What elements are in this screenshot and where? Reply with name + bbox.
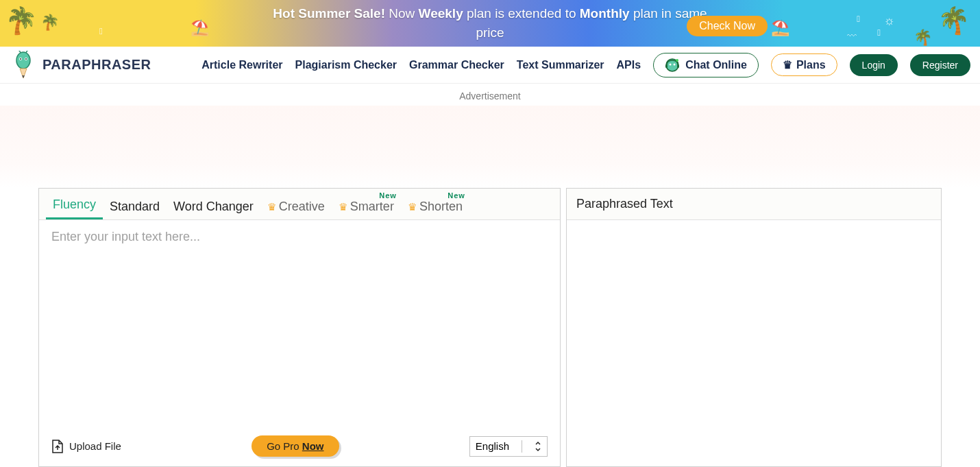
- plans-label: Plans: [796, 59, 826, 71]
- bird-icon: 𓅯: [99, 26, 103, 36]
- palm-icon: 🌴: [938, 5, 970, 36]
- svg-point-14: [676, 59, 678, 62]
- tab-creative[interactable]: ♛ Creative: [260, 193, 332, 219]
- output-panel: Paraphrased Text: [566, 188, 942, 467]
- tab-fluency[interactable]: Fluency: [46, 191, 103, 219]
- updown-icon: [535, 441, 541, 452]
- logo-icon: [10, 51, 37, 79]
- upload-file-label: Upload File: [69, 440, 121, 452]
- svg-point-10: [670, 63, 672, 65]
- tool-area: Fluency Standard Word Changer ♛ Creative…: [0, 188, 980, 467]
- svg-point-3: [20, 58, 21, 60]
- crown-icon: ♛: [408, 201, 417, 213]
- upload-file-button[interactable]: Upload File: [51, 440, 121, 453]
- language-select[interactable]: English: [469, 436, 548, 457]
- register-button[interactable]: Register: [910, 54, 970, 76]
- crown-icon: ♛: [783, 58, 792, 71]
- svg-rect-13: [677, 64, 679, 68]
- output-body: [567, 220, 941, 459]
- nav-text-summarizer[interactable]: Text Summarizer: [517, 59, 604, 71]
- wave-icon: 〰: [847, 30, 857, 41]
- plans-button[interactable]: ♛ Plans: [771, 53, 837, 76]
- output-header: Paraphrased Text: [567, 189, 941, 220]
- nav-plagiarism-checker[interactable]: Plagiarism Checker: [295, 59, 397, 71]
- chat-online-button[interactable]: Chat Online: [653, 53, 759, 77]
- crown-icon: ♛: [339, 201, 347, 213]
- input-footer: Upload File Go Pro Now English: [39, 430, 560, 466]
- crown-icon: ♛: [267, 201, 276, 213]
- login-button[interactable]: Login: [850, 54, 898, 76]
- bird-icon: 𓅯: [877, 27, 881, 38]
- palm-icon: 🌴: [41, 14, 60, 32]
- palm-icon: 🌴: [5, 5, 38, 36]
- chat-online-label: Chat Online: [685, 59, 747, 71]
- svg-rect-12: [665, 64, 667, 68]
- nav-apis[interactable]: APIs: [617, 59, 641, 71]
- logo[interactable]: PARAPHRASER: [10, 51, 151, 79]
- tab-shorten[interactable]: New ♛ Shorten: [401, 193, 469, 219]
- umbrella-icon: ⛱️: [191, 19, 209, 37]
- bird-icon: 𓅯: [857, 14, 860, 24]
- umbrella-icon: ⛱️: [771, 19, 789, 37]
- divider: [522, 440, 522, 453]
- new-badge: New: [379, 191, 397, 200]
- input-panel: Fluency Standard Word Changer ♛ Creative…: [38, 188, 561, 467]
- svg-point-0: [16, 52, 30, 69]
- navbar: PARAPHRASER Article Rewriter Plagiarism …: [0, 47, 980, 84]
- nav-grammar-checker[interactable]: Grammar Checker: [409, 59, 504, 71]
- headset-icon: [665, 58, 680, 73]
- check-now-button[interactable]: Check Now: [687, 16, 768, 36]
- logo-text: PARAPHRASER: [42, 57, 151, 73]
- svg-point-4: [25, 58, 27, 60]
- svg-point-11: [674, 63, 676, 65]
- go-pro-button[interactable]: Go Pro Now: [252, 435, 339, 457]
- new-badge: New: [448, 191, 465, 200]
- banner-text: Hot Summer Sale! Now Weekly plan is exte…: [273, 4, 707, 43]
- mode-tabs: Fluency Standard Word Changer ♛ Creative…: [39, 189, 560, 220]
- promo-banner: 🌴 🌴 ⛱️ 𓅯 Hot Summer Sale! Now Weekly pla…: [0, 0, 980, 47]
- sun-icon: ☼: [884, 14, 896, 28]
- tab-standard[interactable]: Standard: [103, 193, 167, 219]
- palm-icon: 🌴: [914, 29, 932, 47]
- advertisement-label: Advertisement: [0, 84, 980, 106]
- nav-article-rewriter[interactable]: Article Rewriter: [201, 59, 282, 71]
- banner-sale-text: Hot Summer Sale!: [273, 6, 385, 21]
- tab-word-changer[interactable]: Word Changer: [167, 193, 260, 219]
- advertisement-space: [0, 106, 980, 188]
- tab-smarter[interactable]: New ♛ Smarter: [332, 193, 401, 219]
- language-label: English: [476, 440, 509, 452]
- input-textarea[interactable]: [39, 220, 560, 427]
- file-upload-icon: [51, 440, 64, 453]
